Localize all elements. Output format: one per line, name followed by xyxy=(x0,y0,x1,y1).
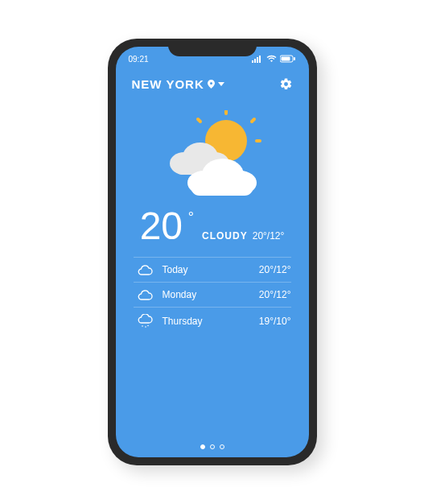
forecast-high-low: 20°/12° xyxy=(259,289,291,300)
cloud-icon xyxy=(134,289,156,300)
current-high-low: 20°/12° xyxy=(253,230,285,242)
status-icons xyxy=(252,55,296,63)
weather-app-screen: 09:21 xyxy=(116,47,309,457)
forecast-day: Today xyxy=(163,264,259,275)
current-conditions: 20° CLOUDY 20°/12° xyxy=(116,207,309,246)
location-name: NEW YORK xyxy=(132,77,204,91)
svg-point-20 xyxy=(142,325,143,327)
degree-symbol: ° xyxy=(188,210,194,225)
location-pin-icon xyxy=(208,80,215,89)
forecast-row[interactable]: Today 20°/12° xyxy=(134,257,291,282)
svg-line-11 xyxy=(198,119,200,122)
wifi-icon xyxy=(266,55,277,63)
cloud-icon xyxy=(134,264,156,275)
phone-frame: 09:21 xyxy=(108,39,317,465)
forecast-high-low: 20°/12° xyxy=(259,264,291,275)
svg-point-22 xyxy=(147,325,149,327)
svg-rect-19 xyxy=(191,178,253,196)
page-indicator[interactable] xyxy=(116,444,309,449)
svg-rect-1 xyxy=(254,59,256,63)
svg-point-21 xyxy=(145,326,146,328)
svg-rect-0 xyxy=(252,60,253,63)
forecast-list: Today 20°/12° Monday 20°/12° Thursday 19… xyxy=(116,257,309,335)
weather-hero-icon xyxy=(116,110,309,199)
page-dot[interactable] xyxy=(200,444,205,449)
current-temperature: 20° xyxy=(140,207,183,246)
page-dot[interactable] xyxy=(210,444,215,449)
cellular-icon xyxy=(252,55,263,63)
svg-rect-3 xyxy=(259,56,261,63)
current-condition: CLOUDY xyxy=(202,230,248,242)
svg-rect-2 xyxy=(257,57,258,63)
forecast-row[interactable]: Monday 20°/12° xyxy=(134,282,291,307)
chevron-down-icon xyxy=(218,82,224,87)
forecast-day: Thursday xyxy=(163,316,259,327)
forecast-day: Monday xyxy=(163,289,259,300)
svg-rect-5 xyxy=(281,57,290,61)
location-selector[interactable]: NEW YORK xyxy=(132,77,224,91)
svg-line-9 xyxy=(252,119,254,122)
svg-rect-6 xyxy=(294,57,295,60)
forecast-high-low: 19°/10° xyxy=(259,316,291,327)
page-dot[interactable] xyxy=(220,444,224,449)
gear-icon[interactable] xyxy=(279,77,293,91)
battery-icon xyxy=(280,55,296,63)
app-header: NEW YORK xyxy=(116,66,309,96)
rain-icon xyxy=(134,314,156,328)
notch xyxy=(168,39,257,56)
status-time: 09:21 xyxy=(129,55,149,64)
forecast-row[interactable]: Thursday 19°/10° xyxy=(134,307,291,335)
